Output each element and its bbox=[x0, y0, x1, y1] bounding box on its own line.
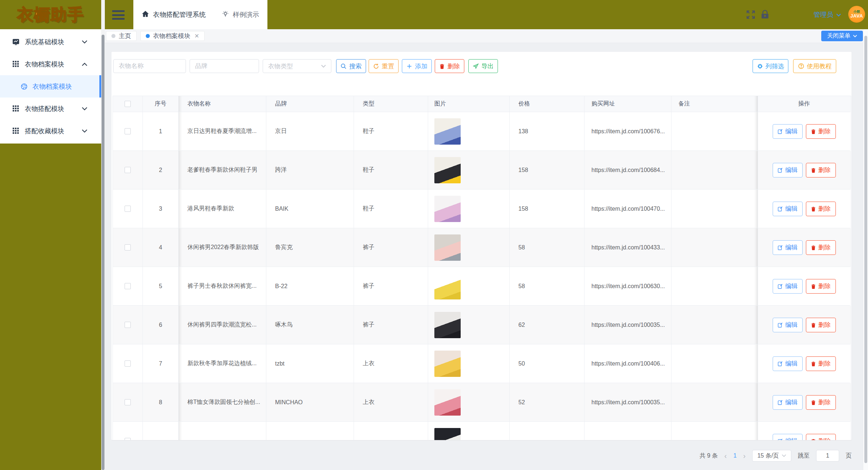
sidebar-item-outfit-match[interactable]: 衣物搭配模块 bbox=[0, 98, 101, 120]
jump-page-input[interactable] bbox=[816, 450, 839, 462]
product-image[interactable] bbox=[434, 351, 461, 377]
button-label: 编辑 bbox=[785, 437, 798, 440]
nav-item-demo[interactable]: 样例演示 bbox=[214, 0, 267, 29]
delete-button[interactable]: 删除 bbox=[806, 124, 836, 139]
cell-purchase-url[interactable]: https://item.jd.com/100035... bbox=[585, 383, 671, 422]
trash-icon bbox=[811, 167, 816, 173]
row-checkbox[interactable] bbox=[125, 322, 131, 328]
button-label: 删除 bbox=[818, 127, 831, 135]
edit-button[interactable]: 编辑 bbox=[773, 395, 803, 410]
row-checkbox[interactable] bbox=[125, 244, 131, 251]
export-button[interactable]: 导出 bbox=[468, 59, 498, 73]
product-image[interactable] bbox=[434, 118, 461, 145]
product-image[interactable] bbox=[434, 389, 461, 416]
cell-purchase-url[interactable]: https://item.jd.com/100470... bbox=[585, 190, 671, 228]
edit-button[interactable]: 编辑 bbox=[773, 163, 803, 177]
row-checkbox[interactable] bbox=[125, 399, 131, 405]
button-label: 删除 bbox=[818, 166, 831, 174]
row-checkbox[interactable] bbox=[125, 128, 131, 134]
fullscreen-icon[interactable] bbox=[745, 9, 756, 22]
row-checkbox[interactable] bbox=[125, 167, 131, 173]
user-menu[interactable]: 管理员 bbox=[814, 0, 841, 29]
cell-purchase-url[interactable]: https://item.jd.com/100035... bbox=[585, 306, 671, 344]
close-menu-button[interactable]: 关闭菜单 bbox=[821, 31, 863, 41]
delete-button[interactable]: 删除 bbox=[806, 240, 836, 255]
product-image[interactable] bbox=[434, 196, 461, 222]
add-button[interactable]: 添加 bbox=[402, 59, 432, 73]
tab-label: 衣物档案模块 bbox=[153, 32, 190, 40]
cell-purchase-url[interactable]: https://item.jd.com/100676... bbox=[585, 112, 671, 151]
clothing-type-select[interactable]: 衣物类型 bbox=[263, 59, 331, 73]
delete-button[interactable]: 删除 bbox=[806, 395, 836, 410]
cell-purchase-url[interactable] bbox=[585, 422, 671, 440]
avatar[interactable]: 小郑 JAVA bbox=[848, 6, 865, 23]
delete-button[interactable]: 删除 bbox=[806, 202, 836, 216]
edit-icon bbox=[777, 438, 783, 440]
delete-button[interactable]: 删除 bbox=[806, 434, 836, 440]
cell-serial: 5 bbox=[143, 267, 179, 306]
page-size-select[interactable]: 15 条/页 bbox=[752, 450, 791, 462]
home-icon bbox=[141, 10, 149, 20]
trash-icon bbox=[811, 400, 816, 405]
product-image[interactable] bbox=[434, 234, 461, 261]
close-icon[interactable]: ✕ bbox=[194, 33, 199, 39]
cell-brand: B-22 bbox=[266, 267, 354, 306]
cell-purchase-url[interactable]: https://item.jd.com/100684... bbox=[585, 151, 671, 190]
page-scrollbar-thumb[interactable] bbox=[864, 36, 867, 463]
nav-item-home[interactable]: 衣物搭配管理系统 bbox=[133, 0, 214, 29]
edit-button[interactable]: 编辑 bbox=[773, 202, 803, 216]
table-row: 2 老爹鞋春季新款休闲鞋子男 跨洋 鞋子 158 https://item.jd… bbox=[113, 151, 851, 190]
brand-input[interactable] bbox=[190, 59, 259, 73]
delete-button[interactable]: 删除 bbox=[806, 318, 836, 332]
prev-page-button[interactable]: ‹ bbox=[724, 452, 727, 460]
tab-home[interactable]: 主页 bbox=[106, 31, 137, 41]
edit-icon bbox=[777, 322, 783, 328]
lock-icon[interactable] bbox=[760, 9, 770, 22]
cell-purchase-url[interactable]: https://item.jd.com/100630... bbox=[585, 267, 671, 306]
delete-button[interactable]: 删除 bbox=[806, 356, 836, 371]
page-scrollbar[interactable] bbox=[863, 29, 868, 470]
edit-button[interactable]: 编辑 bbox=[773, 124, 803, 139]
tab-clothing-archive[interactable]: 衣物档案模块 ✕ bbox=[140, 31, 205, 41]
sidebar-scrollbar-thumb[interactable] bbox=[102, 35, 104, 470]
reset-button[interactable]: 重置 bbox=[369, 59, 399, 73]
sidebar-item-favorites[interactable]: 搭配收藏模块 bbox=[0, 120, 101, 142]
row-checkbox[interactable] bbox=[125, 360, 131, 367]
cell-price: 158 bbox=[510, 151, 585, 190]
sidebar-scrollbar[interactable] bbox=[101, 0, 105, 470]
edit-button[interactable]: 编辑 bbox=[773, 240, 803, 255]
column-filter-button[interactable]: 列筛选 bbox=[753, 59, 788, 73]
row-checkbox[interactable] bbox=[125, 206, 131, 212]
trash-icon bbox=[439, 63, 445, 69]
sidebar-item-clothing-archive[interactable]: 衣物档案模块 bbox=[0, 53, 101, 75]
edit-button[interactable]: 编辑 bbox=[773, 356, 803, 371]
top-header: 衣物搭配管理系统 样例演示 管理员 小郑 JAVA bbox=[105, 0, 868, 29]
page-number[interactable]: 1 bbox=[733, 452, 736, 459]
next-page-button[interactable]: › bbox=[743, 452, 746, 460]
row-checkbox[interactable] bbox=[125, 438, 131, 440]
delete-button[interactable]: 删除 bbox=[806, 279, 836, 294]
sidebar-subitem-clothing-archive-active[interactable]: 衣物档案模块 bbox=[0, 75, 101, 98]
product-image[interactable] bbox=[434, 312, 461, 338]
clothing-name-input[interactable] bbox=[113, 59, 186, 73]
cell-purchase-url[interactable]: https://item.jd.com/100433... bbox=[585, 228, 671, 267]
cell-type: 上衣 bbox=[354, 344, 428, 383]
edit-button[interactable]: 编辑 bbox=[773, 434, 803, 440]
caret-down-icon bbox=[853, 35, 857, 38]
row-checkbox[interactable] bbox=[125, 283, 131, 289]
cell-purchase-url[interactable]: https://item.jd.com/100406... bbox=[585, 344, 671, 383]
product-image[interactable] bbox=[434, 273, 461, 299]
delete-button[interactable]: 删除 bbox=[435, 59, 464, 73]
hamburger-menu-icon[interactable] bbox=[112, 10, 125, 20]
product-image[interactable] bbox=[434, 428, 461, 440]
edit-button[interactable]: 编辑 bbox=[773, 279, 803, 294]
sidebar-item-system-base[interactable]: 系统基础模块 bbox=[0, 31, 101, 53]
edit-button[interactable]: 编辑 bbox=[773, 318, 803, 332]
button-label: 编辑 bbox=[785, 166, 798, 174]
cell-clothing-name: 棉T恤女薄款圆领七分袖创... bbox=[179, 383, 266, 422]
delete-button[interactable]: 删除 bbox=[806, 163, 836, 177]
product-image[interactable] bbox=[434, 157, 461, 183]
tutorial-button[interactable]: 使用教程 bbox=[793, 59, 836, 73]
search-button[interactable]: 搜索 bbox=[336, 59, 366, 73]
select-all-checkbox[interactable] bbox=[125, 101, 131, 107]
